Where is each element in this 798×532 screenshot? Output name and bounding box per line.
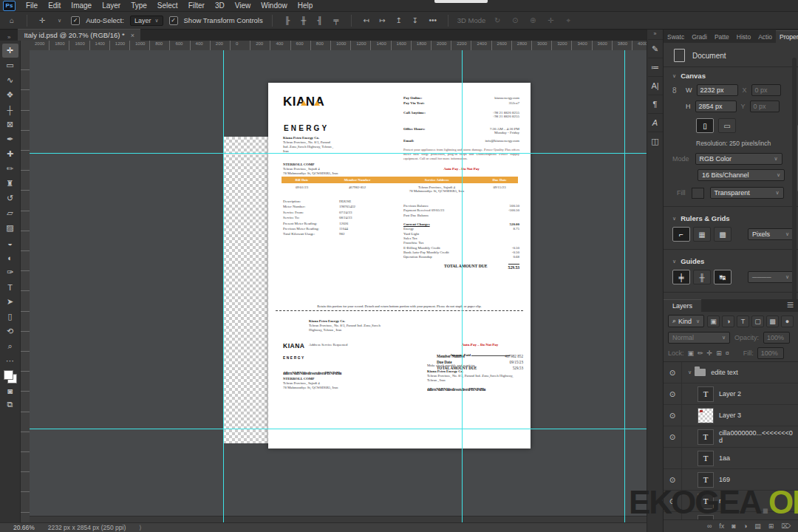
dodge-tool[interactable]: ◐ xyxy=(2,250,18,265)
layer-mask-icon[interactable]: ◙ xyxy=(732,522,735,530)
layer-name[interactable]: Layer 3 xyxy=(719,412,741,419)
marquee-tool[interactable]: ▭ xyxy=(2,58,18,72)
layer-name[interactable]: 169 xyxy=(719,476,730,483)
layer-row[interactable]: T1aa xyxy=(664,448,798,469)
guide-horizontal[interactable] xyxy=(30,429,647,429)
layer-name[interactable]: edite text xyxy=(711,369,738,376)
layer-effects-icon[interactable]: fx xyxy=(719,522,724,530)
close-tab-icon[interactable]: × xyxy=(131,32,134,39)
y-field[interactable]: 0 px xyxy=(750,100,780,112)
status-arrow-icon[interactable]: ⟩ xyxy=(139,524,141,531)
expand-panels-icon[interactable]: » xyxy=(654,31,657,36)
canvas-area[interactable]: KIANA ENERGY Kiana Petro Energy Co.Tehra… xyxy=(30,50,647,522)
layer-visibility-toggle[interactable]: ⊙ xyxy=(664,383,682,404)
brush-presets-panel[interactable]: ≔ xyxy=(648,58,663,76)
type-tool[interactable]: T xyxy=(2,280,18,294)
libraries-panel[interactable]: ◫ xyxy=(648,132,663,150)
distribute-icon[interactable]: ↥ xyxy=(393,16,405,24)
move-tool[interactable]: ✛ xyxy=(2,44,18,58)
color-mode-dropdown[interactable]: RGB Color∨ xyxy=(695,153,782,165)
move-tool-dropdown-caret[interactable]: ∨ xyxy=(54,17,65,24)
blend-mode-dropdown[interactable]: Normal∨ xyxy=(668,332,730,344)
layers-menu-icon[interactable]: ≡ xyxy=(782,299,798,312)
home-icon[interactable]: ⌂ xyxy=(6,16,18,24)
chevron-down-icon[interactable]: ∨ xyxy=(688,369,692,375)
gradient-tool[interactable]: ▨ xyxy=(2,221,18,235)
layer-thumbnail[interactable] xyxy=(698,408,714,423)
guide-style-dropdown[interactable]: ────∨ xyxy=(748,271,794,283)
horizontal-ruler[interactable]: 2000180016001400120010008006004002000200… xyxy=(30,41,647,51)
fill-dropdown[interactable]: Transparent∨ xyxy=(710,187,784,199)
fill-opacity-field[interactable]: 100% xyxy=(757,347,784,359)
auto-select-checkbox[interactable]: ✓ xyxy=(71,16,80,25)
tab-properties[interactable]: Properties xyxy=(776,30,798,43)
distribute-icon[interactable]: ↤ xyxy=(361,16,372,24)
frame-tool[interactable]: ⊠ xyxy=(2,117,18,132)
auto-select-target-dropdown[interactable]: Layer∨ xyxy=(130,16,163,26)
guide-vertical[interactable] xyxy=(624,50,625,522)
layer-filter-icon[interactable]: ▣ xyxy=(707,316,720,327)
layer-name[interactable]: Layer 2 xyxy=(719,390,741,398)
show-transform-checkbox[interactable]: ✓ xyxy=(169,16,178,25)
healing-brush-tool[interactable]: ✚ xyxy=(2,147,18,161)
pen-tool[interactable]: ✑ xyxy=(2,265,18,279)
lock-icon[interactable]: ▣ xyxy=(688,349,695,357)
layer-filter-icon[interactable]: ◑ xyxy=(722,316,734,327)
glyphs-panel[interactable]: A xyxy=(648,113,663,132)
link-dimensions-icon[interactable]: 8 xyxy=(672,86,681,95)
portrait-orientation-button[interactable]: ▯ xyxy=(696,118,714,133)
text-layer-thumbnail[interactable]: T xyxy=(698,451,714,466)
menu-help[interactable]: Help xyxy=(298,1,313,10)
layer-filter-kind-dropdown[interactable]: ⌕Kind ∨ xyxy=(668,315,704,327)
menu-3d[interactable]: 3D xyxy=(215,1,225,10)
menu-filter[interactable]: Filter xyxy=(188,1,205,10)
lasso-tool[interactable]: ∿ xyxy=(2,73,18,87)
menu-file[interactable]: File xyxy=(26,1,38,10)
layer-filter-icon[interactable]: ▩ xyxy=(766,316,779,327)
tab-gradi[interactable]: Gradi xyxy=(688,31,711,43)
link-layers-icon[interactable]: ∞ xyxy=(707,522,712,530)
lock-icon[interactable]: ✏ xyxy=(698,349,703,357)
menu-view[interactable]: View xyxy=(235,1,251,10)
canvas-section-header[interactable]: ∨ Canvas xyxy=(664,67,798,83)
guide-vertical[interactable] xyxy=(223,50,224,522)
history-brush-tool[interactable]: ↺ xyxy=(2,191,18,205)
brush-tool[interactable]: ✏ xyxy=(2,162,18,176)
layer-filter-icon[interactable]: T xyxy=(737,316,749,327)
foreground-background-swatches[interactable] xyxy=(4,370,17,383)
move-tool-icon[interactable]: ✛ xyxy=(36,16,48,24)
rulers-grids-toggle[interactable]: ▦ xyxy=(693,227,711,242)
text-layer-thumbnail[interactable]: T xyxy=(698,429,714,445)
blur-tool[interactable]: ◒ xyxy=(2,236,18,250)
menu-select[interactable]: Select xyxy=(157,1,178,10)
properties-scrollbar[interactable] xyxy=(792,58,797,309)
character-panel[interactable]: A| xyxy=(648,76,663,95)
lock-icon[interactable]: ¤ xyxy=(726,349,729,357)
menu-image[interactable]: Image xyxy=(71,1,92,10)
new-layer-icon[interactable]: ⊞ xyxy=(768,522,774,530)
menu-edit[interactable]: Edit xyxy=(48,1,61,10)
guides-toggle[interactable]: ╫ xyxy=(693,270,711,284)
layer-visibility-toggle[interactable] xyxy=(664,448,682,468)
layer-row[interactable]: ⊙TLayer 2 xyxy=(664,383,798,405)
delete-layer-icon[interactable]: ⌦ xyxy=(781,522,791,530)
screen-mode-icon[interactable]: ⧉ xyxy=(2,398,18,412)
ruler-units-dropdown[interactable]: Pixels∨ xyxy=(748,228,794,240)
paragraph-panel[interactable]: ¶ xyxy=(648,95,663,113)
width-field[interactable]: 2232 px xyxy=(697,84,738,96)
layer-visibility-toggle[interactable]: ⊙ xyxy=(664,426,682,447)
layer-row[interactable]: ⊙∨edite text xyxy=(664,362,798,383)
clone-stamp-tool[interactable]: ♜ xyxy=(2,177,18,191)
menu-type[interactable]: Type xyxy=(131,1,147,10)
adjustment-layer-icon[interactable]: ◑ xyxy=(743,522,747,530)
layer-name[interactable]: 1aa xyxy=(719,454,730,462)
edit-toolbar[interactable]: ⋯ xyxy=(2,354,18,368)
x-field[interactable]: 0 px xyxy=(751,84,781,96)
document-tab[interactable]: Italy id.psd @ 20.7% (RGB/16) * × xyxy=(18,29,140,41)
quick-selection-tool[interactable]: ❖ xyxy=(2,88,18,102)
eyedropper-tool[interactable]: ✒ xyxy=(2,132,18,146)
guide-vertical[interactable] xyxy=(462,50,463,522)
path-select-tool[interactable]: ➤ xyxy=(2,295,18,309)
tab-layers[interactable]: Layers xyxy=(664,299,701,312)
shape-tool[interactable]: ▯ xyxy=(2,310,18,324)
